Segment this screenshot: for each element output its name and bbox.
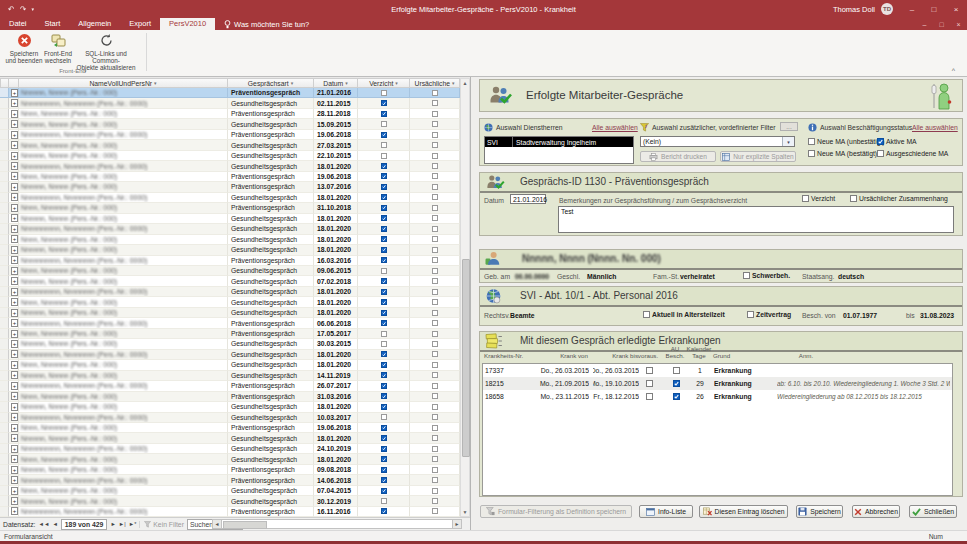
filter-more-button[interactable]: ... xyxy=(780,122,798,131)
expand-cell[interactable]: + xyxy=(9,98,19,108)
expand-cell[interactable]: + xyxy=(9,172,19,182)
column-filter-icon[interactable]: ▾ xyxy=(154,80,157,86)
expand-cell[interactable]: + xyxy=(9,214,19,224)
table-row[interactable]: +Nnnnnnnnnn, Nnnnnnnn (Pers.-Nr.: 0000)G… xyxy=(0,350,460,360)
grid-column-header[interactable]: Ursächliche▾ xyxy=(410,78,460,88)
expand-plus-icon[interactable]: + xyxy=(11,413,18,421)
verzicht-checkbox[interactable] xyxy=(381,205,387,211)
urs-checkbox[interactable] xyxy=(432,173,438,179)
frontend-switch-button[interactable]: Front-End wechseln xyxy=(42,33,74,64)
row-selector[interactable] xyxy=(0,276,9,286)
expand-cell[interactable]: + xyxy=(9,276,19,286)
close-panel-button[interactable]: Schließen xyxy=(909,505,957,518)
row-selector[interactable] xyxy=(0,182,9,192)
table-row[interactable]: +Nnnnnn, Nnnnn (Pers.-Nr.: 000)Gesundhei… xyxy=(0,245,460,255)
expand-cell[interactable]: + xyxy=(9,413,19,423)
table-row[interactable]: +Nnnn, Nnnnnnn (Pers.-Nr.: 000)Präventio… xyxy=(0,423,460,433)
table-row[interactable]: +Nnnn, Nnnnnnn (Pers.-Nr.: 000)Präventio… xyxy=(0,392,460,402)
tab-export[interactable]: Export xyxy=(120,18,160,30)
urs-checkbox[interactable] xyxy=(432,257,438,263)
urs-checkbox[interactable] xyxy=(432,142,438,148)
voraus-checkbox[interactable] xyxy=(646,393,653,400)
row-selector[interactable] xyxy=(0,318,9,328)
verzicht-checkbox[interactable] xyxy=(381,446,387,452)
explicit-columns-button[interactable]: Nur explizite Spalten xyxy=(720,151,796,162)
urs-checkbox[interactable] xyxy=(432,111,438,117)
zeitvertrag-checkbox[interactable] xyxy=(747,311,754,318)
last-record-button[interactable]: ►| xyxy=(119,521,126,527)
expand-cell[interactable]: + xyxy=(9,245,19,255)
expand-cell[interactable]: + xyxy=(9,130,19,140)
expand-cell[interactable]: + xyxy=(9,486,19,496)
table-row[interactable]: +Nnnn, Nnnnnnn (Pers.-Nr.: 000)Gesundhei… xyxy=(0,235,460,245)
row-selector[interactable] xyxy=(0,140,9,150)
status-checkbox[interactable] xyxy=(877,138,884,145)
row-selector[interactable] xyxy=(0,119,9,129)
expand-plus-icon[interactable]: + xyxy=(11,309,18,317)
grid-column-header[interactable]: Gesprächsart▾ xyxy=(228,78,314,88)
row-selector[interactable] xyxy=(0,235,9,245)
row-selector[interactable] xyxy=(0,266,9,276)
expand-plus-icon[interactable]: + xyxy=(11,507,18,515)
expand-plus-icon[interactable]: + xyxy=(11,371,18,379)
verzicht-checkbox[interactable] xyxy=(381,268,387,274)
expand-cell[interactable]: + xyxy=(9,381,19,391)
avatar[interactable]: TD xyxy=(881,3,893,15)
verzicht-checkbox[interactable] xyxy=(381,414,387,420)
table-row[interactable]: +Nnnnnn, Nnnnn (Pers.-Nr.: 000)Präventio… xyxy=(0,182,460,192)
verzicht-checkbox[interactable] xyxy=(381,467,387,473)
verzicht-checkbox[interactable] xyxy=(381,184,387,190)
restore-button[interactable]: □ xyxy=(923,0,945,18)
table-row[interactable]: +Nnnnnn, Nnnnn (Pers.-Nr.: 000)Präventio… xyxy=(0,88,460,98)
expand-plus-icon[interactable]: + xyxy=(11,277,18,285)
row-selector[interactable] xyxy=(0,496,9,506)
table-row[interactable]: +Nnnn, Nnnnnnn (Pers.-Nr.: 000)Präventio… xyxy=(0,329,460,339)
expand-plus-icon[interactable]: + xyxy=(11,445,18,453)
expand-plus-icon[interactable]: + xyxy=(11,455,18,463)
minimize-button[interactable]: – xyxy=(901,0,923,18)
expand-cell[interactable]: + xyxy=(9,193,19,203)
urs-checkbox[interactable] xyxy=(432,226,438,232)
urs-checkbox[interactable] xyxy=(432,404,438,410)
tab-datei[interactable]: Datei xyxy=(0,18,36,30)
hscrollbar-thumb[interactable] xyxy=(223,521,267,529)
expand-cell[interactable]: + xyxy=(9,329,19,339)
row-selector[interactable] xyxy=(0,203,9,213)
verzicht-checkbox[interactable] xyxy=(381,278,387,284)
table-row[interactable]: +Nnnnnn, Nnnnn (Pers.-Nr.: 000)Präventio… xyxy=(0,465,460,475)
expand-plus-icon[interactable]: + xyxy=(11,392,18,400)
status-select-all-link[interactable]: Alle auswählen xyxy=(912,124,958,131)
table-row[interactable]: +Nnnnnnnnnn, Nnnnnnnn (Pers.-Nr.: 0000)G… xyxy=(0,413,460,423)
table-row[interactable]: +Nnnnnnnnnn, Nnnnnnnn (Pers.-Nr.: 0000)P… xyxy=(0,475,460,485)
erkrankungen-table[interactable]: 17337Do., 26.03.2015Do., 26.03.20151Erkr… xyxy=(482,363,953,496)
voraus-checkbox[interactable] xyxy=(646,380,653,387)
redo-icon[interactable]: ↷ xyxy=(20,5,27,14)
verzicht-checkbox[interactable] xyxy=(381,498,387,504)
row-selector[interactable] xyxy=(0,245,9,255)
tell-me-box[interactable]: Was möchten Sie tun? xyxy=(215,18,318,30)
table-row[interactable]: +Nnnnnn, Nnnnn (Pers.-Nr.: 000)Gesundhei… xyxy=(0,371,460,381)
row-selector[interactable] xyxy=(0,423,9,433)
table-row[interactable]: +Nnnn, Nnnnnnn (Pers.-Nr.: 000)Gesundhei… xyxy=(0,454,460,464)
row-selector[interactable] xyxy=(0,329,9,339)
row-selector[interactable] xyxy=(0,339,9,349)
info-list-button[interactable]: Info-Liste xyxy=(639,505,693,518)
expand-plus-icon[interactable]: + xyxy=(11,434,18,442)
urs-checkbox[interactable] xyxy=(432,372,438,378)
urs-checkbox[interactable] xyxy=(432,446,438,452)
urs-checkbox[interactable] xyxy=(432,215,438,221)
expand-plus-icon[interactable]: + xyxy=(11,246,18,254)
verzicht-checkbox[interactable] xyxy=(381,163,387,169)
verzicht-checkbox[interactable] xyxy=(381,215,387,221)
table-row[interactable]: +Nnnnnnnnnn, Nnnnnnnn (Pers.-Nr.: 0000)G… xyxy=(0,161,460,171)
expand-plus-icon[interactable]: + xyxy=(11,288,18,296)
delete-entry-button[interactable]: Diesen Eintrag löschen xyxy=(699,505,788,518)
column-filter-icon[interactable]: ▾ xyxy=(345,80,348,86)
expand-plus-icon[interactable]: + xyxy=(11,152,18,160)
row-selector[interactable] xyxy=(0,433,9,443)
row-selector[interactable] xyxy=(0,214,9,224)
expand-cell[interactable]: + xyxy=(9,266,19,276)
verzicht-checkbox[interactable] xyxy=(381,508,387,514)
expand-cell[interactable]: + xyxy=(9,109,19,119)
status-checkbox[interactable] xyxy=(808,150,815,157)
